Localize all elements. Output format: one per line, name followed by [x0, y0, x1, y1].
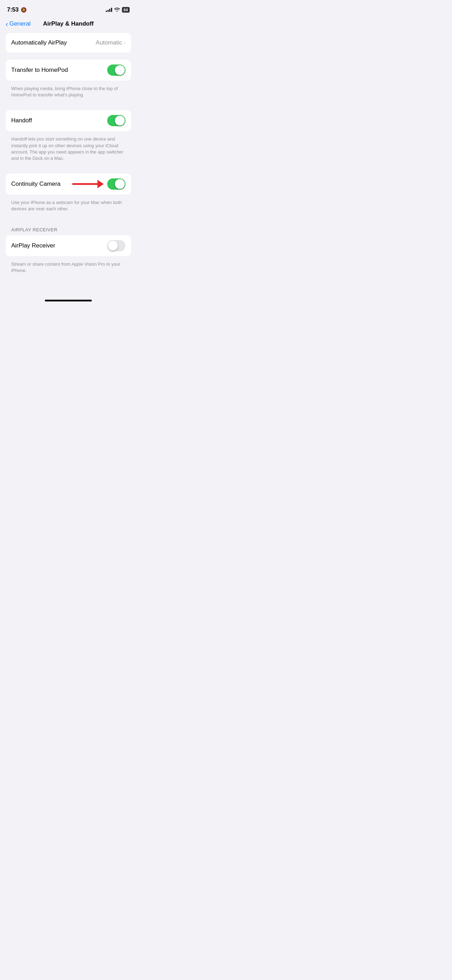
airplay-receiver-description: Stream or share content from Apple Visio…	[6, 259, 131, 278]
transfer-to-homepod-card: Transfer to HomePod	[6, 60, 131, 81]
airplay-receiver-toggle[interactable]	[107, 240, 126, 251]
status-bar: 7:53 🔕 64	[0, 0, 137, 18]
home-bar	[45, 300, 92, 301]
handoff-description: Handoff lets you start something on one …	[6, 134, 131, 167]
automatically-airplay-card: Automatically AirPlay Automatic ›	[6, 33, 131, 52]
automatically-airplay-value[interactable]: Automatic ›	[95, 39, 126, 46]
transfer-to-homepod-description: When playing media, bring iPhone close t…	[6, 83, 131, 103]
back-button[interactable]: ‹ General	[6, 20, 30, 28]
home-indicator	[0, 293, 137, 305]
transfer-to-homepod-label: Transfer to HomePod	[11, 67, 68, 73]
red-arrow-annotation	[72, 180, 104, 188]
airplay-receiver-row[interactable]: AirPlay Receiver	[6, 235, 131, 256]
toggle-thumb	[115, 65, 125, 75]
continuity-camera-label: Continuity Camera	[11, 180, 60, 188]
transfer-to-homepod-row[interactable]: Transfer to HomePod	[6, 60, 131, 81]
signal-strength-icon	[106, 8, 112, 12]
airplay-receiver-section-header: AIRPLAY RECEIVER	[6, 227, 131, 235]
bell-mute-icon: 🔕	[21, 7, 27, 13]
handoff-card: Handoff	[6, 110, 131, 131]
navigation-bar: ‹ General AirPlay & Handoff	[0, 18, 137, 33]
automatically-airplay-current-value: Automatic	[95, 39, 122, 46]
continuity-camera-card: Continuity Camera	[6, 173, 131, 194]
chevron-right-icon: ›	[124, 40, 126, 46]
continuity-camera-description: Use your iPhone as a webcam for your Mac…	[6, 197, 131, 217]
airplay-receiver-card: AirPlay Receiver	[6, 235, 131, 256]
continuity-camera-row[interactable]: Continuity Camera	[6, 173, 131, 194]
toggle-thumb	[115, 179, 125, 189]
toggle-thumb	[108, 241, 118, 251]
page-title: AirPlay & Handoff	[43, 20, 94, 27]
handoff-row[interactable]: Handoff	[6, 110, 131, 131]
status-icons: 64	[106, 7, 130, 13]
continuity-camera-toggle[interactable]	[107, 178, 126, 189]
automatically-airplay-label: Automatically AirPlay	[11, 39, 67, 46]
back-label: General	[10, 20, 30, 27]
automatically-airplay-row[interactable]: Automatically AirPlay Automatic ›	[6, 33, 131, 52]
toggle-thumb	[115, 116, 125, 126]
battery-icon: 64	[122, 7, 130, 13]
handoff-label: Handoff	[11, 117, 32, 124]
battery-level: 64	[124, 8, 128, 12]
back-chevron-icon: ‹	[6, 20, 8, 28]
handoff-toggle[interactable]	[107, 115, 126, 126]
transfer-to-homepod-toggle[interactable]	[107, 65, 126, 76]
wifi-icon	[114, 7, 120, 13]
status-time: 7:53	[7, 6, 19, 13]
settings-content: Automatically AirPlay Automatic › Transf…	[0, 33, 137, 278]
airplay-receiver-label: AirPlay Receiver	[11, 242, 56, 249]
